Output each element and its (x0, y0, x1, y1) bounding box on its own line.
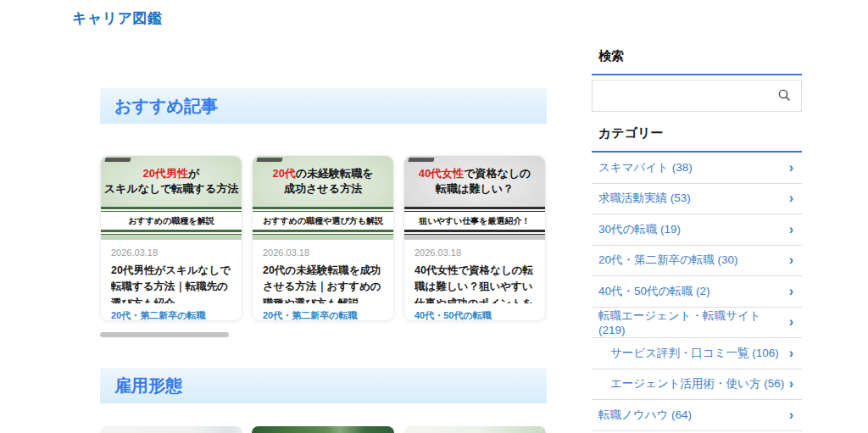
article-title-link[interactable]: 20代男性がスキルなしで転職する方法｜転職先の選び方も紹介 (111, 263, 231, 303)
thumbnail-headline-emphasis: 40代女性 (419, 167, 464, 180)
thumbnail-watermark-logo (408, 158, 434, 162)
category-label: エージェント活用術・使い方 (56) (610, 376, 784, 391)
chevron-right-icon: › (789, 377, 793, 391)
article-thumbnail: 40代女性で資格なしの 転職は難しい？ 狙いやすい仕事を厳選紹介！ (404, 156, 545, 240)
chevron-right-icon: › (789, 285, 793, 298)
thumbnail-footer-strip (101, 235, 242, 240)
chevron-right-icon: › (789, 347, 793, 360)
search-icon (777, 88, 791, 104)
category-label: スキマバイト (38) (598, 160, 693, 175)
article-date: 2026.03.18 (111, 247, 231, 258)
article-card[interactable]: 20代の未経験転職を 成功させる方法 おすすめの職種や選び方も解説 2026.0… (252, 155, 394, 321)
category-link[interactable]: 20代・第二新卒の転職 (30) › (592, 246, 802, 277)
category-label: 転職ノウハウ (64) (598, 408, 692, 423)
thumbnail-footer-strip (404, 235, 545, 240)
sidebar: 検索 カテゴリー スキマバイト (38) › 求職活動実績 (53) › 30代… (592, 48, 802, 431)
chevron-right-icon: › (789, 223, 793, 236)
category-list: スキマバイト (38) › 求職活動実績 (53) › 30代の転職 (19) … (592, 153, 802, 431)
thumbnail-headline-rest: が (188, 167, 199, 180)
article-thumbnail: 20代の未経験転職を 成功させる方法 おすすめの職種や選び方も解説 (253, 156, 393, 240)
category-link[interactable]: 転職ノウハウ (64) › (592, 400, 802, 431)
thumbnail-footer-strip (253, 235, 393, 240)
article-thumbnail-partial[interactable] (252, 426, 394, 433)
category-label: サービス評判・口コミ一覧 (106) (610, 346, 779, 361)
article-date: 2026.03.18 (415, 247, 535, 258)
site-title[interactable]: キャリア図鑑 (72, 8, 163, 28)
article-card[interactable]: 40代女性で資格なしの 転職は難しい？ 狙いやすい仕事を厳選紹介！ 2026.0… (403, 155, 546, 321)
thumbnail-headline: 40代女性で資格なしの 転職は難しい？ (404, 156, 545, 207)
section-heading-recommended: おすすめ記事 (100, 88, 547, 124)
chevron-right-icon: › (789, 408, 793, 422)
thumbnail-headline-line2: スキルなしで転職する方法 (104, 181, 238, 197)
thumbnail-headline-emphasis: 20代男性 (143, 167, 188, 180)
categories-section-heading: カテゴリー (592, 125, 802, 153)
chevron-right-icon: › (789, 161, 793, 175)
chevron-right-icon: › (789, 253, 793, 267)
main-column: おすすめ記事 20代男性が スキルなしで転職する方法 おすすめの職種を解説 20… (100, 88, 547, 433)
article-card-body: 2026.03.18 20代の未経験転職を成功させる方法｜おすすめの職種や選び方… (253, 240, 393, 321)
thumbnail-watermark-logo (256, 158, 282, 162)
search-button[interactable] (767, 80, 801, 111)
category-link[interactable]: 求職活動実績 (53) › (592, 184, 802, 215)
article-card-body: 2026.03.18 40代女性で資格なしの転職は難しい？狙いやすい仕事や成功の… (404, 240, 545, 321)
chevron-right-icon: › (789, 315, 793, 329)
article-category-link[interactable]: 20代・第二新卒の転職 (111, 309, 231, 321)
thumbnail-headline-emphasis: 20代 (272, 167, 295, 180)
thumbnail-headline: 20代の未経験転職を 成功させる方法 (253, 156, 393, 207)
category-link[interactable]: 転職エージェント・転職サイト (219) › (592, 308, 802, 339)
article-card-body: 2026.03.18 20代男性がスキルなしで転職する方法｜転職先の選び方も紹介… (101, 240, 242, 321)
article-thumbnail-partial[interactable] (100, 426, 242, 433)
thumbnail-subtitle-band: 狙いやすい仕事を厳選紹介！ (404, 212, 545, 230)
section-heading-employment: 雇用形態 (100, 368, 547, 403)
category-link-child[interactable]: サービス評判・口コミ一覧 (106) › (592, 338, 802, 369)
category-link[interactable]: スキマバイト (38) › (592, 153, 802, 184)
category-label: 求職活動実績 (53) (598, 191, 691, 206)
thumbnail-subtitle-band: おすすめの職種を解説 (101, 212, 242, 230)
thumbnail-subtitle-band: おすすめの職種や選び方も解説 (253, 212, 393, 230)
thumbnail-watermark-logo (104, 158, 131, 162)
thumbnail-headline-line2: 成功させる方法 (284, 181, 362, 197)
article-category-link[interactable]: 40代・50代の転職 (415, 309, 535, 321)
article-date: 2026.03.18 (263, 247, 383, 258)
category-link[interactable]: 40代・50代の転職 (2) › (592, 276, 802, 308)
article-thumbnail: 20代男性が スキルなしで転職する方法 おすすめの職種を解説 (101, 156, 242, 240)
article-title-link[interactable]: 20代の未経験転職を成功させる方法｜おすすめの職種や選び方も解説 (263, 263, 383, 303)
search-input[interactable] (593, 80, 767, 111)
category-link-child[interactable]: エージェント活用術・使い方 (56) › (592, 369, 802, 401)
search-section-heading: 検索 (592, 48, 802, 75)
article-thumbnail-partial[interactable] (403, 426, 546, 433)
article-card[interactable]: 20代男性が スキルなしで転職する方法 おすすめの職種を解説 2026.03.1… (100, 155, 242, 321)
category-label: 20代・第二新卒の転職 (30) (598, 253, 738, 268)
thumbnail-headline: 20代男性が スキルなしで転職する方法 (101, 156, 242, 207)
thumbnail-headline-rest: で資格なしの (464, 167, 531, 180)
category-label: 転職エージェント・転職サイト (219) (598, 308, 789, 336)
article-category-link[interactable]: 20代・第二新卒の転職 (263, 309, 383, 321)
horizontal-scrollbar-thumb[interactable] (100, 332, 229, 337)
thumbnail-headline-rest: の未経験転職を (296, 167, 374, 180)
employment-cards-row (100, 426, 547, 433)
thumbnail-headline-line2: 転職は難しい？ (436, 181, 514, 197)
search-box (592, 80, 802, 112)
category-label: 30代の転職 (19) (598, 222, 681, 237)
category-link[interactable]: 30代の転職 (19) › (592, 214, 802, 246)
chevron-right-icon: › (789, 192, 793, 205)
recommended-cards-row: 20代男性が スキルなしで転職する方法 おすすめの職種を解説 2026.03.1… (100, 155, 547, 321)
category-label: 40代・50代の転職 (2) (598, 284, 710, 299)
article-title-link[interactable]: 40代女性で資格なしの転職は難しい？狙いやすい仕事や成功のポイントを解説 (415, 263, 535, 303)
